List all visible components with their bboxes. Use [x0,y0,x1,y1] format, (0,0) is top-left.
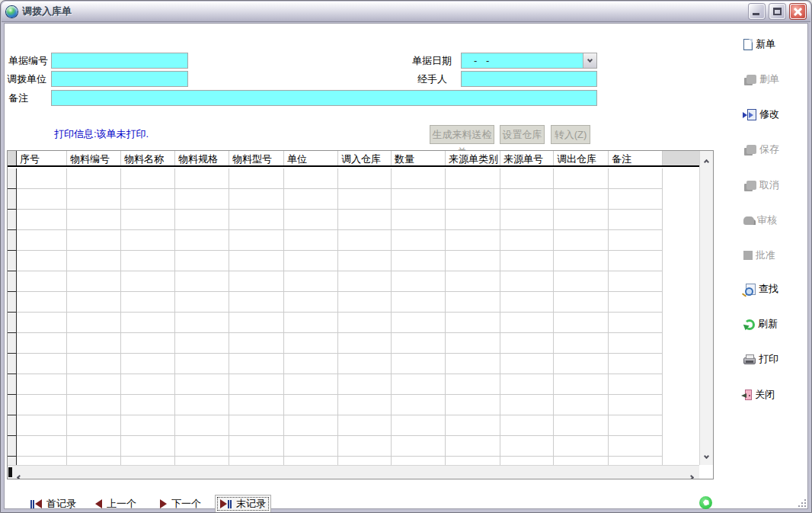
handler-input[interactable] [461,71,597,87]
horizontal-scrollbar-thumb[interactable] [8,467,12,477]
table-cell[interactable] [175,271,229,292]
scroll-up-button[interactable] [700,153,713,167]
scroll-left-button[interactable] [15,469,21,479]
table-cell[interactable] [229,457,284,465]
table-cell[interactable] [175,333,229,354]
table-cell[interactable] [67,210,121,230]
table-cell[interactable] [392,251,446,271]
table-cell[interactable] [121,313,175,333]
table-cell[interactable] [67,189,121,210]
table-cell[interactable] [554,230,609,251]
table-cell[interactable] [229,271,284,292]
table-cell[interactable] [554,457,609,465]
table-cell[interactable] [67,395,121,415]
table-cell[interactable] [17,374,67,395]
table-cell[interactable] [446,230,500,251]
row-indicator[interactable] [8,436,17,457]
table-cell[interactable] [229,374,284,395]
table-cell[interactable] [17,415,67,436]
row-indicator[interactable] [8,168,17,189]
green-status-icon[interactable] [699,496,712,509]
table-cell[interactable] [500,395,554,415]
table-cell[interactable] [175,415,229,436]
table-cell[interactable] [446,292,500,313]
table-cell[interactable] [554,292,609,313]
table-cell[interactable] [338,313,392,333]
table-cell[interactable] [121,210,175,230]
table-cell[interactable] [229,436,284,457]
row-indicator[interactable] [8,313,17,333]
table-row[interactable] [8,374,699,395]
table-cell[interactable] [338,395,392,415]
table-row[interactable] [8,354,699,374]
table-cell[interactable] [17,436,67,457]
table-cell[interactable] [446,271,500,292]
table-cell[interactable] [338,457,392,465]
table-cell[interactable] [500,210,554,230]
table-cell[interactable] [284,354,338,374]
row-indicator[interactable] [8,271,17,292]
table-cell[interactable] [284,415,338,436]
table-cell[interactable] [554,251,609,271]
table-cell[interactable] [229,251,284,271]
table-cell[interactable] [229,354,284,374]
table-row[interactable] [8,313,699,333]
sidebar-button-print[interactable]: 打印 [743,349,809,369]
table-cell[interactable] [229,415,284,436]
table-cell[interactable] [175,313,229,333]
table-cell[interactable] [392,436,446,457]
table-cell[interactable] [392,210,446,230]
table-cell[interactable] [121,271,175,292]
table-cell[interactable] [609,189,663,210]
table-row[interactable] [8,436,699,457]
nav-button-next-record[interactable]: 下一个 [155,495,206,513]
table-cell[interactable] [175,189,229,210]
nav-button-prev-record[interactable]: 上一个 [91,495,141,513]
table-cell[interactable] [175,251,229,271]
table-cell[interactable] [609,230,663,251]
table-cell[interactable] [175,395,229,415]
table-cell[interactable] [500,292,554,313]
table-cell[interactable] [284,189,338,210]
table-cell[interactable] [229,230,284,251]
table-cell[interactable] [175,436,229,457]
table-cell[interactable] [554,271,609,292]
table-cell[interactable] [500,230,554,251]
table-cell[interactable] [446,168,500,189]
table-row[interactable] [8,292,699,313]
table-cell[interactable] [17,313,67,333]
row-indicator[interactable] [8,395,17,415]
table-cell[interactable] [609,271,663,292]
table-cell[interactable] [17,189,67,210]
table-cell[interactable] [229,168,284,189]
table-cell[interactable] [67,313,121,333]
table-cell[interactable] [284,313,338,333]
table-row[interactable] [8,251,699,271]
table-cell[interactable] [609,436,663,457]
column-header[interactable]: 调入仓库 [338,151,392,165]
table-cell[interactable] [392,354,446,374]
table-cell[interactable] [284,374,338,395]
table-cell[interactable] [446,313,500,333]
table-cell[interactable] [446,395,500,415]
table-cell[interactable] [609,374,663,395]
table-cell[interactable] [554,436,609,457]
table-cell[interactable] [446,415,500,436]
table-cell[interactable] [338,230,392,251]
column-header[interactable]: 数量 [392,151,446,165]
column-header[interactable]: 来源单类别 [446,151,500,165]
table-row[interactable] [8,210,699,230]
column-header[interactable]: 物料编号 [67,151,121,165]
table-cell[interactable] [67,230,121,251]
column-header[interactable]: 来源单号 [500,151,554,165]
table-cell[interactable] [500,271,554,292]
doc-no-input[interactable] [51,53,188,69]
table-cell[interactable] [229,333,284,354]
table-cell[interactable] [17,230,67,251]
table-cell[interactable] [17,271,67,292]
table-cell[interactable] [338,271,392,292]
table-cell[interactable] [446,374,500,395]
table-cell[interactable] [229,189,284,210]
table-cell[interactable] [500,189,554,210]
table-cell[interactable] [392,374,446,395]
